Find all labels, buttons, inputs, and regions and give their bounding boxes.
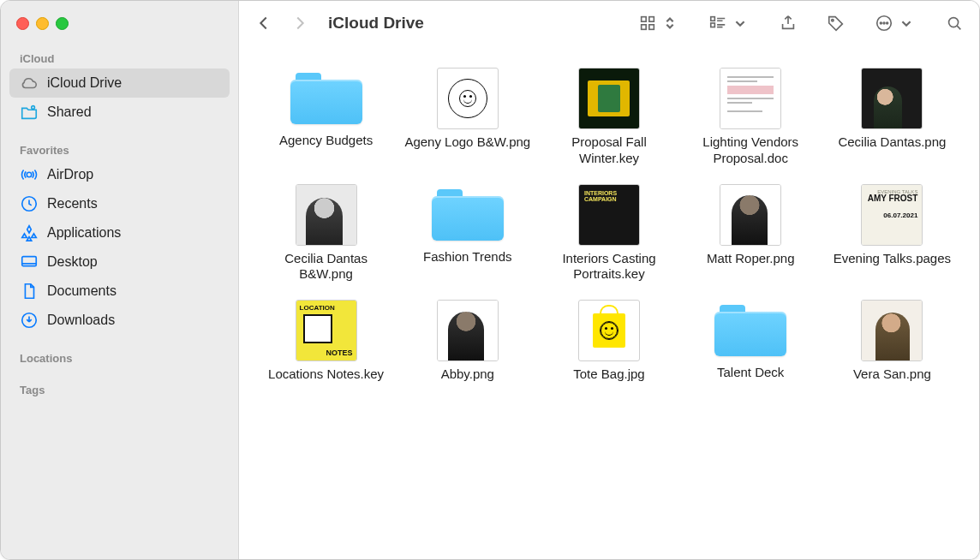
sidebar-item-downloads[interactable]: Downloads <box>9 306 230 335</box>
sidebar-item-shared[interactable]: Shared <box>9 98 230 127</box>
file-item[interactable]: Matt Roper.png <box>684 184 817 283</box>
sidebar-item-documents[interactable]: Documents <box>9 277 230 306</box>
file-item[interactable]: Ageny Logo B&W.png <box>401 68 534 167</box>
forward-button[interactable] <box>290 14 309 33</box>
airdrop-icon <box>20 165 39 184</box>
sidebar-item-label: Applications <box>47 225 121 241</box>
more-button[interactable] <box>875 14 916 33</box>
file-item[interactable]: Cecilia Dantas.png <box>826 68 959 167</box>
svg-point-11 <box>832 20 834 21</box>
sidebar-section-tags: Tags <box>1 377 238 400</box>
main-area: iCloud Drive <box>239 1 979 559</box>
apps-icon <box>20 223 39 242</box>
file-item[interactable]: Abby.png <box>401 300 534 383</box>
tags-button[interactable] <box>827 14 846 33</box>
file-item[interactable]: INTERIORS CAMPAIGNInteriors Casting Port… <box>542 184 675 283</box>
file-thumbnail <box>861 300 923 361</box>
file-label: Fashion Trends <box>423 249 511 265</box>
folder-icon <box>714 300 786 360</box>
sidebar-item-label: Downloads <box>47 313 115 328</box>
zoom-button[interactable] <box>56 17 69 30</box>
file-thumbnail: EVENING TALKSAMY FROST06.07.2021 <box>861 184 923 246</box>
file-item[interactable]: EVENING TALKSAMY FROST06.07.2021Evening … <box>826 184 959 283</box>
file-thumbnail: INTERIORS CAMPAIGN <box>578 184 640 246</box>
chevron-down-icon <box>897 14 916 33</box>
sidebar-item-label: Shared <box>47 104 92 120</box>
files-grid: Agency BudgetsAgeny Logo B&W.pngProposal… <box>239 45 979 559</box>
shared-folder-icon <box>20 103 39 122</box>
sidebar-item-icloud-drive[interactable]: iCloud Drive <box>9 69 230 98</box>
svg-point-15 <box>887 22 888 24</box>
share-button[interactable] <box>779 14 798 33</box>
file-label: Evening Talks.pages <box>834 251 951 267</box>
search-button[interactable] <box>945 14 964 33</box>
sidebar-item-airdrop[interactable]: AirDrop <box>9 160 230 189</box>
file-label: Tote Bag.jpg <box>573 366 644 383</box>
file-label: Locations Notes.key <box>268 366 384 383</box>
file-label: Matt Roper.png <box>707 251 795 267</box>
sidebar-section-favorites: Favorites <box>1 137 238 160</box>
sidebar: iCloud iCloud Drive Shared Favorites <box>1 1 239 559</box>
sidebar-item-recents[interactable]: Recents <box>9 189 230 218</box>
svg-rect-6 <box>649 17 654 22</box>
file-thumbnail: LOCATIONNOTES <box>296 300 357 361</box>
svg-point-13 <box>880 22 881 24</box>
file-item[interactable]: Proposal Fall Winter.key <box>542 68 675 167</box>
svg-point-16 <box>949 18 959 27</box>
group-button[interactable] <box>708 14 750 33</box>
minimize-button[interactable] <box>36 17 49 30</box>
file-item[interactable]: Vera San.png <box>826 300 959 383</box>
document-icon <box>20 282 39 301</box>
file-label: Abby.png <box>441 366 494 383</box>
svg-rect-3 <box>22 257 37 266</box>
file-item[interactable]: Agency Budgets <box>260 68 392 167</box>
back-button[interactable] <box>254 14 273 33</box>
titlebar <box>1 1 238 45</box>
file-thumbnail <box>861 68 923 129</box>
file-item[interactable]: LOCATIONNOTESLocations Notes.key <box>260 300 392 383</box>
chevron-down-icon <box>731 14 750 33</box>
close-button[interactable] <box>16 17 29 30</box>
svg-rect-9 <box>711 17 715 21</box>
toolbar: iCloud Drive <box>239 1 979 45</box>
file-item[interactable]: Lighting Vendors Proposal.doc <box>684 68 817 167</box>
file-thumbnail <box>437 300 499 361</box>
sidebar-item-label: Documents <box>47 283 117 299</box>
folder-icon <box>432 184 504 244</box>
sidebar-section-locations: Locations <box>1 345 238 368</box>
file-label: Cecilia Dantas B&W.png <box>260 251 392 283</box>
svg-point-0 <box>32 106 35 110</box>
window-title: iCloud Drive <box>328 14 424 33</box>
view-icons-button[interactable] <box>638 14 679 33</box>
file-item[interactable]: Fashion Trends <box>401 184 534 283</box>
clock-icon <box>20 194 39 213</box>
file-item[interactable]: Tote Bag.jpg <box>542 300 675 383</box>
file-label: Lighting Vendors Proposal.doc <box>684 134 817 167</box>
desktop-icon <box>20 253 39 271</box>
cloud-icon <box>20 74 39 92</box>
sidebar-section-icloud: iCloud <box>1 45 238 69</box>
sidebar-item-desktop[interactable]: Desktop <box>9 247 230 277</box>
downloads-icon <box>20 311 39 330</box>
file-thumbnail <box>296 184 357 246</box>
sidebar-item-label: Desktop <box>47 254 98 270</box>
svg-rect-7 <box>642 25 647 30</box>
file-label: Cecilia Dantas.png <box>838 134 946 151</box>
svg-rect-8 <box>649 25 654 30</box>
svg-rect-5 <box>642 17 647 22</box>
sidebar-item-label: AirDrop <box>47 167 93 182</box>
file-label: Interiors Casting Portraits.key <box>542 251 675 283</box>
finder-window: iCloud iCloud Drive Shared Favorites <box>0 0 980 560</box>
file-item[interactable]: Talent Deck <box>684 300 817 383</box>
sidebar-item-applications[interactable]: Applications <box>9 218 230 247</box>
file-thumbnail <box>578 68 640 129</box>
file-thumbnail <box>720 184 781 246</box>
svg-point-1 <box>27 172 32 177</box>
file-label: Ageny Logo B&W.png <box>404 134 530 151</box>
sidebar-item-label: iCloud Drive <box>47 75 122 91</box>
file-thumbnail <box>720 68 781 129</box>
file-label: Vera San.png <box>853 366 931 383</box>
chevron-updown-icon <box>660 14 679 33</box>
file-item[interactable]: Cecilia Dantas B&W.png <box>260 184 392 283</box>
file-thumbnail <box>578 300 640 361</box>
